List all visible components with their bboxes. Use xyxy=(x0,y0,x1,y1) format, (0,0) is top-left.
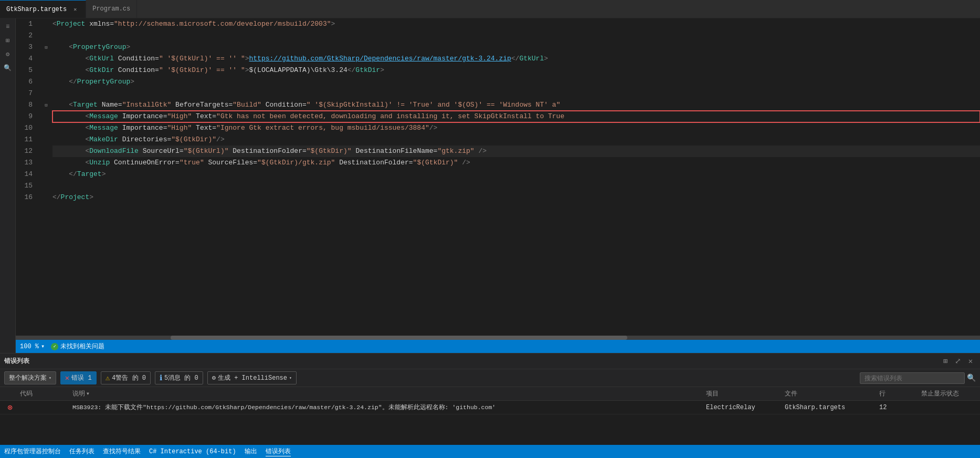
zoom-dropdown-arrow[interactable]: ▾ xyxy=(41,342,45,350)
sidebar: ≡ ⊞ ⚙ 🔍 xyxy=(0,18,16,353)
code-line-1[interactable]: <Project xmlns="http://schemas.microsoft… xyxy=(52,18,980,30)
warning-filter-label: 4警告 的 0 xyxy=(112,373,146,382)
sort-arrow-icon: ▼ xyxy=(87,391,89,396)
bottom-link-errors[interactable]: 错误列表 xyxy=(266,447,291,456)
solution-filter-dropdown[interactable]: 整个解决方案 ▾ xyxy=(4,371,56,384)
panel-close-button[interactable]: ✕ xyxy=(965,356,976,367)
error-filter-button[interactable]: ✕ 错误 1 xyxy=(60,371,97,384)
message-filter-button[interactable]: ℹ 5消息 的 0 xyxy=(155,371,203,384)
code-lines: <Project xmlns="http://schemas.microsoft… xyxy=(50,18,980,336)
error-row-1[interactable]: ⊗ MSB3923: 未能下载文件"https://github.com/Gtk… xyxy=(0,401,980,414)
error-search-input[interactable] xyxy=(860,372,965,384)
solution-filter-label: 整个解决方案 xyxy=(9,373,47,382)
panel-undock-button[interactable]: ⤢ xyxy=(953,356,963,367)
code-line-11[interactable]: <MakeDir Directories="$(GtkDir)"/> xyxy=(52,134,980,145)
warning-filter-button[interactable]: ⚠ 4警告 的 0 xyxy=(101,371,151,384)
status-text: 未找到相关问题 xyxy=(60,342,104,351)
code-line-9[interactable]: <Message Importance="High" Text="Gtk has… xyxy=(52,111,980,122)
ok-icon: ✓ xyxy=(51,343,58,350)
tab-program-cs-label: Program.cs xyxy=(92,5,130,13)
info-filter-icon: ℹ xyxy=(160,373,162,382)
line-numbers: 1 2 3 4 5 6 7 8 9 10 11 12 13 14 15 16 xyxy=(16,18,42,336)
bottom-link-csharp[interactable]: C# Interactive (64-bit) xyxy=(149,448,236,455)
message-filter-label: 5消息 的 0 xyxy=(164,373,198,382)
code-line-14[interactable]: </Target> xyxy=(52,169,980,180)
col-header-desc[interactable]: 说明 ▼ xyxy=(68,389,702,398)
error-row-file: GtkSharp.targets xyxy=(781,404,875,411)
editor-status-bar: 100 % ▾ ✓ 未找到相关问题 xyxy=(16,340,980,353)
bottom-status-bar: 程序包管理器控制台 任务列表 查找符号结果 C# Interactive (64… xyxy=(0,445,980,458)
tab-gtk-targets[interactable]: GtkSharp.targets ✕ xyxy=(0,0,86,18)
bottom-link-find[interactable]: 查找符号结果 xyxy=(103,447,141,456)
fold-3[interactable]: ⊟ xyxy=(42,41,50,53)
code-line-2[interactable] xyxy=(52,30,980,41)
code-line-5[interactable]: <GtkDir Condition=" '$(GtkDir)' == '' ">… xyxy=(52,65,980,76)
warning-filter-icon: ⚠ xyxy=(106,373,110,382)
error-row-icon-col: ⊗ xyxy=(0,402,16,413)
zoom-control[interactable]: 100 % ▾ xyxy=(20,342,45,350)
tab-gtk-targets-label: GtkSharp.targets xyxy=(6,6,67,13)
tab-gtk-targets-close[interactable]: ✕ xyxy=(71,5,79,14)
scrollbar-thumb[interactable] xyxy=(171,336,627,340)
bottom-link-output[interactable]: 输出 xyxy=(245,447,257,456)
col-header-suppress[interactable]: 禁止显示状态 xyxy=(917,389,980,398)
bottom-panel: 错误列表 ⊞ ⤢ ✕ 整个解决方案 ▾ ✕ 错误 1 ⚠ 4警告 的 0 ℹ 5… xyxy=(0,353,980,445)
panel-table-header: 代码 说明 ▼ 项目 文件 行 禁止显示状态 xyxy=(0,387,980,401)
error-row-project: ElectricRelay xyxy=(702,404,781,411)
error-filter-icon: ✕ xyxy=(65,373,69,382)
sidebar-icon-1[interactable]: ≡ xyxy=(2,21,14,33)
code-container[interactable]: 1 2 3 4 5 6 7 8 9 10 11 12 13 14 15 16 ⊟ xyxy=(16,18,980,336)
panel-pin-button[interactable]: ⊞ xyxy=(940,356,951,367)
tab-program-cs[interactable]: Program.cs xyxy=(86,0,137,18)
fold-gutter: ⊟ ⊟ xyxy=(42,18,50,336)
status-ok: ✓ 未找到相关问题 xyxy=(51,342,104,351)
panel-title-controls: ⊞ ⤢ ✕ xyxy=(940,356,976,367)
dropdown-arrow-icon: ▾ xyxy=(49,376,51,380)
panel-title-bar: 错误列表 ⊞ ⤢ ✕ xyxy=(0,353,980,369)
col-header-code[interactable]: 代码 xyxy=(16,389,68,398)
panel-title: 错误列表 xyxy=(4,357,29,366)
panel-toolbar: 整个解决方案 ▾ ✕ 错误 1 ⚠ 4警告 的 0 ℹ 5消息 的 0 ⚙ 生成… xyxy=(0,369,980,387)
tab-bar: GtkSharp.targets ✕ Program.cs xyxy=(0,0,980,18)
code-line-3[interactable]: <PropertyGroup> xyxy=(52,41,980,53)
search-box: 🔍 xyxy=(860,372,976,384)
fold-8[interactable]: ⊟ xyxy=(42,99,50,111)
error-row-icon: ⊗ xyxy=(7,402,13,413)
code-line-6[interactable]: </PropertyGroup> xyxy=(52,76,980,88)
col-header-line[interactable]: 行 xyxy=(875,389,917,398)
code-line-15[interactable] xyxy=(52,180,980,192)
main-area: ≡ ⊞ ⚙ 🔍 1 2 3 4 5 6 7 8 9 10 11 12 13 14… xyxy=(0,18,980,353)
build-filter-arrow-icon: ▾ xyxy=(289,376,292,380)
code-line-16[interactable]: </Project> xyxy=(52,192,980,203)
error-filter-label: 错误 1 xyxy=(71,373,91,382)
code-line-13[interactable]: <Unzip ContinueOnError="true" SourceFile… xyxy=(52,157,980,169)
sidebar-icon-2[interactable]: ⊞ xyxy=(2,35,14,46)
search-icon[interactable]: 🔍 xyxy=(967,373,976,382)
error-row-line: 12 xyxy=(875,404,917,411)
zoom-value: 100 % xyxy=(20,343,39,350)
error-row-desc: MSB3923: 未能下载文件"https://github.com/GtkSh… xyxy=(68,403,702,411)
code-line-8[interactable]: <Target Name="InstallGtk" BeforeTargets=… xyxy=(52,99,980,111)
code-line-10[interactable]: <Message Importance="High" Text="Ignore … xyxy=(52,122,980,134)
bottom-link-tasks[interactable]: 任务列表 xyxy=(69,447,94,456)
horizontal-scrollbar[interactable] xyxy=(16,336,980,340)
col-header-file[interactable]: 文件 xyxy=(781,389,875,398)
build-filter-icon: ⚙ xyxy=(212,374,216,382)
sidebar-icon-4[interactable]: 🔍 xyxy=(2,62,14,74)
code-line-12[interactable]: <DownloadFile SourceUrl="$(GtkUrl)" Dest… xyxy=(52,145,980,157)
col-header-project[interactable]: 项目 xyxy=(702,389,781,398)
editor-area: 1 2 3 4 5 6 7 8 9 10 11 12 13 14 15 16 ⊟ xyxy=(16,18,980,353)
code-line-4[interactable]: <GtkUrl Condition=" '$(GtkUrl)' == '' ">… xyxy=(52,53,980,65)
build-filter-label: 生成 + IntelliSense xyxy=(218,373,287,382)
build-filter-button[interactable]: ⚙ 生成 + IntelliSense ▾ xyxy=(207,371,297,384)
sidebar-icon-3[interactable]: ⚙ xyxy=(2,48,14,60)
bottom-link-nuget[interactable]: 程序包管理器控制台 xyxy=(4,447,61,456)
code-line-7[interactable] xyxy=(52,88,980,99)
